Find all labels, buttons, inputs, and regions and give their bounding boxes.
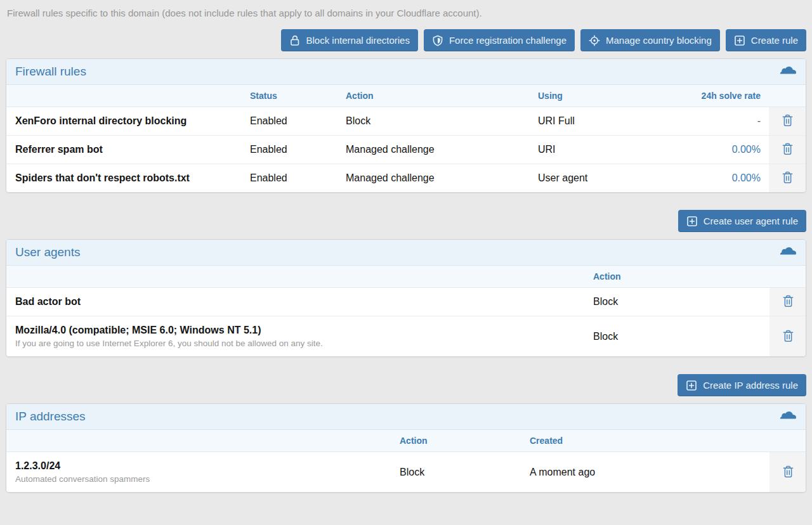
column-header-action: Action xyxy=(339,85,532,107)
ip-addresses-title: IP addresses xyxy=(15,410,86,424)
column-header-action: Action xyxy=(393,430,523,452)
column-header-action: Action xyxy=(587,266,769,288)
user-agent-name: Mozilla/4.0 (compatible; MSIE 6.0; Windo… xyxy=(15,325,261,335)
column-header-using: Using xyxy=(532,85,658,107)
user-agent-action: Block xyxy=(587,288,769,316)
ip-address-action: Block xyxy=(393,452,523,493)
ip-address-name: 1.2.3.0/24 xyxy=(15,460,60,471)
user-agents-title: User agents xyxy=(15,245,80,259)
table-row: XenForo internal directory blocking Enab… xyxy=(6,107,806,136)
ip-address-created: A moment ago xyxy=(523,452,769,493)
rule-using: User agent xyxy=(532,164,658,193)
user-agent-description: If you are going to use Internet Explore… xyxy=(15,339,587,348)
cloudflare-cloud-icon xyxy=(780,246,797,258)
rule-action: Managed challenge xyxy=(339,164,532,193)
ip-addresses-table: Action Created 1.2.3.0/24 Automated conv… xyxy=(6,430,806,492)
user-agent-action: Block xyxy=(587,316,769,357)
delete-rule-button[interactable] xyxy=(779,111,796,131)
firewall-rules-column-header-row: Status Action Using 24h solve rate xyxy=(6,85,806,107)
trash-icon xyxy=(782,294,794,309)
block-internal-directories-label: Block internal directories xyxy=(306,35,410,46)
manage-country-blocking-label: Manage country blocking xyxy=(606,35,712,46)
solve-rate-value: - xyxy=(757,115,761,126)
crosshair-icon xyxy=(589,35,600,46)
rule-status: Enabled xyxy=(244,136,339,164)
ip-addresses-panel: IP addresses Action Created 1.2.3.0/24 A… xyxy=(6,403,806,493)
ip-address-description: Automated conversation spammers xyxy=(15,474,393,484)
column-header-solve-rate: 24h solve rate xyxy=(658,85,769,107)
rule-status: Enabled xyxy=(244,164,339,193)
plus-square-icon xyxy=(686,380,697,391)
trash-icon xyxy=(782,142,794,157)
rule-name: Spiders that don't respect robots.txt xyxy=(15,172,190,183)
cloudflare-cloud-icon xyxy=(780,65,797,77)
force-registration-challenge-button[interactable]: Force registration challenge xyxy=(424,29,575,51)
table-row: Mozilla/4.0 (compatible; MSIE 6.0; Windo… xyxy=(6,316,806,357)
block-internal-directories-button[interactable]: Block internal directories xyxy=(281,29,418,51)
create-ip-address-rule-button[interactable]: Create IP address rule xyxy=(678,374,806,396)
solve-rate-link[interactable]: 0.00% xyxy=(732,144,761,155)
column-header-status: Status xyxy=(244,85,339,107)
trash-icon xyxy=(782,171,794,186)
user-agents-column-header-row: Action xyxy=(6,266,806,288)
delete-user-agent-button[interactable] xyxy=(780,327,797,347)
firewall-rules-header: Firewall rules xyxy=(6,59,806,85)
rule-name: Referrer spam bot xyxy=(15,144,103,155)
firewall-rules-table: Status Action Using 24h solve rate XenFo… xyxy=(6,85,806,192)
table-row: 1.2.3.0/24 Automated conversation spamme… xyxy=(6,452,806,493)
delete-ip-address-button[interactable] xyxy=(780,462,797,483)
user-agents-header: User agents xyxy=(6,240,806,266)
create-ip-address-rule-label: Create IP address rule xyxy=(703,380,798,391)
rule-status: Enabled xyxy=(244,107,339,136)
firewall-rules-panel: Firewall rules Status Action Using 24h s… xyxy=(6,58,806,193)
rule-action: Managed challenge xyxy=(339,136,532,164)
trash-icon xyxy=(782,329,794,344)
column-header-created: Created xyxy=(523,430,769,452)
user-agents-panel: User agents Action Bad actor bot Block M… xyxy=(6,239,806,357)
firewall-rules-title: Firewall rules xyxy=(15,65,86,79)
trash-icon xyxy=(782,465,794,480)
table-row: Referrer spam bot Enabled Managed challe… xyxy=(6,136,806,164)
user-agents-table: Action Bad actor bot Block Mozilla/4.0 (… xyxy=(6,266,806,356)
rule-using: URI Full xyxy=(532,107,658,136)
rule-action: Block xyxy=(339,107,532,136)
manage-country-blocking-button[interactable]: Manage country blocking xyxy=(580,29,720,51)
toolbar: Block internal directories Force registr… xyxy=(6,29,806,51)
user-agent-name: Bad actor bot xyxy=(15,296,81,307)
rule-name: XenForo internal directory blocking xyxy=(15,115,187,126)
delete-user-agent-button[interactable] xyxy=(780,292,797,312)
delete-rule-button[interactable] xyxy=(779,168,796,188)
ip-addresses-column-header-row: Action Created xyxy=(6,430,806,452)
page-description: Firewall rules specific to this domain (… xyxy=(7,8,806,18)
solve-rate-link[interactable]: 0.00% xyxy=(732,172,761,183)
force-registration-challenge-label: Force registration challenge xyxy=(449,35,566,46)
rule-using: URI xyxy=(532,136,658,164)
plus-square-icon xyxy=(734,35,745,46)
lock-icon xyxy=(289,35,301,46)
shield-icon xyxy=(432,35,443,46)
plus-square-icon xyxy=(686,216,698,227)
create-user-agent-rule-label: Create user agent rule xyxy=(704,216,798,226)
table-row: Spiders that don't respect robots.txt En… xyxy=(6,164,806,193)
create-rule-button[interactable]: Create rule xyxy=(726,29,806,51)
cloudflare-cloud-icon xyxy=(780,410,797,422)
ip-addresses-header: IP addresses xyxy=(6,404,806,430)
table-row: Bad actor bot Block xyxy=(6,288,806,316)
delete-rule-button[interactable] xyxy=(779,139,796,160)
create-user-agent-rule-button[interactable]: Create user agent rule xyxy=(678,210,806,232)
trash-icon xyxy=(782,113,794,129)
create-rule-label: Create rule xyxy=(751,35,798,46)
